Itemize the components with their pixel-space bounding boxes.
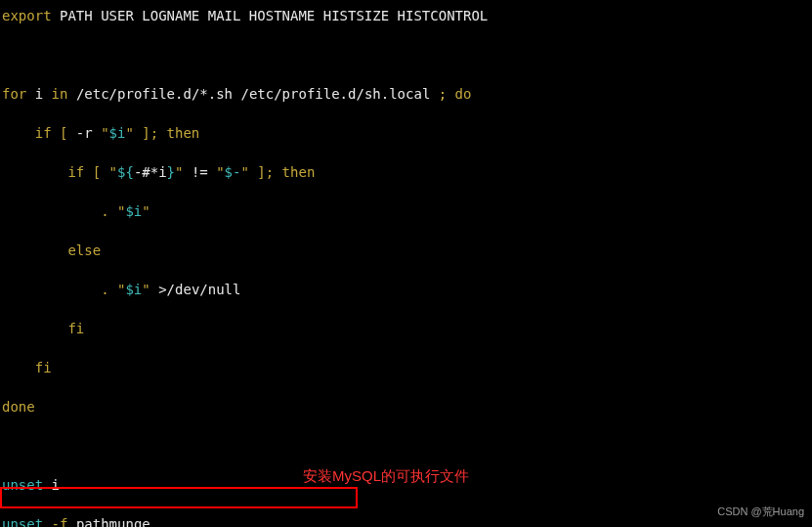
annotation-text: 安装MySQL的可执行文件 <box>303 466 469 486</box>
keyword-done: done <box>2 399 35 415</box>
keyword-for: for <box>2 86 26 102</box>
watermark: CSDN @荒Huang <box>717 502 804 521</box>
code-block: export PATH USER LOGNAME MAIL HOSTNAME H… <box>2 6 810 527</box>
keyword-unset: unset <box>2 477 43 493</box>
keyword-export: export <box>2 8 52 23</box>
keyword-in: in <box>52 86 68 102</box>
keyword-else: else <box>2 242 101 258</box>
keyword-fi: fi <box>2 321 84 336</box>
var-i: $i <box>109 125 126 141</box>
